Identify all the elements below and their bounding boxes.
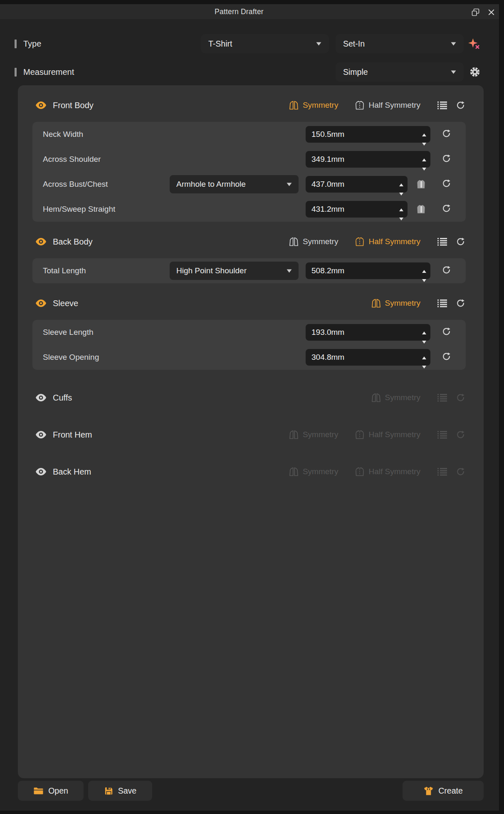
half-symmetry-icon (355, 430, 365, 439)
measurement-input[interactable]: 431.2mm (306, 201, 408, 218)
step-down-icon[interactable] (422, 139, 426, 148)
reset-value-icon[interactable] (442, 179, 451, 188)
open-button-label: Open (48, 786, 68, 796)
open-button[interactable]: Open (18, 781, 84, 801)
reset-section-icon[interactable] (456, 101, 465, 110)
create-button[interactable]: Create (403, 781, 484, 801)
section-title: Sleeve (53, 299, 78, 308)
measurement-list-icon[interactable] (437, 299, 447, 308)
step-up-icon[interactable] (399, 204, 403, 213)
visibility-eye-icon[interactable] (35, 468, 47, 476)
half-symmetry-label: Half Symmetry (368, 101, 420, 110)
step-down-icon[interactable] (399, 188, 403, 198)
stepper-arrows[interactable] (399, 201, 403, 218)
close-icon[interactable] (487, 7, 496, 17)
measurement-input[interactable]: 304.8mm (306, 349, 430, 366)
reset-value-icon[interactable] (442, 154, 451, 163)
symmetry-toggle: Symmetry (289, 467, 338, 476)
stepper-arrows[interactable] (422, 349, 426, 366)
reference-value: High Point Shoulder (176, 266, 247, 275)
measurement-panel: Front BodySymmetryHalf SymmetryNeck Widt… (18, 85, 484, 778)
measurement-row: Across Shoulder349.1mm (32, 147, 466, 172)
measurement-input[interactable]: 349.1mm (306, 151, 430, 168)
half-symmetry-toggle[interactable]: Half Symmetry (355, 237, 420, 246)
measurement-list-icon[interactable] (437, 237, 447, 246)
titlebar[interactable]: Pattern Drafter (0, 4, 499, 19)
section-title: Front Hem (53, 430, 92, 440)
step-down-icon[interactable] (399, 213, 403, 223)
visibility-eye-icon[interactable] (35, 299, 47, 307)
sleeve-style-select[interactable]: Set-In (336, 34, 464, 53)
stepper-arrows[interactable] (422, 151, 426, 168)
section-title: Front Body (53, 101, 94, 110)
symmetry-label: Symmetry (303, 237, 338, 246)
measurement-name: Hem/Sweep Straight (43, 205, 115, 214)
measurement-label: Measurement (23, 67, 74, 77)
symmetry-label: Symmetry (303, 430, 338, 439)
step-up-icon[interactable] (422, 327, 426, 336)
reset-value-icon[interactable] (442, 327, 451, 336)
step-up-icon[interactable] (422, 154, 426, 163)
save-floppy-icon (104, 786, 114, 796)
reference-select[interactable]: High Point Shoulder (170, 262, 299, 280)
chevron-down-icon (451, 42, 456, 46)
garment-type-select[interactable]: T-Shirt (201, 34, 329, 53)
visibility-eye-icon[interactable] (35, 431, 47, 439)
step-up-icon[interactable] (399, 179, 403, 188)
reset-value-icon[interactable] (442, 204, 451, 213)
reset-value-icon[interactable] (442, 265, 451, 275)
reference-select[interactable]: Armhole to Armhole (170, 175, 299, 193)
measurement-name: Neck Width (43, 130, 83, 139)
measure-on-avatar-icon[interactable] (416, 179, 427, 189)
measurement-value: 193.0mm (311, 328, 344, 337)
half-symmetry-toggle[interactable]: Half Symmetry (355, 101, 420, 110)
stepper-arrows[interactable] (422, 324, 426, 341)
measurement-name: Total Length (43, 266, 86, 275)
measurement-name: Across Bust/Chest (43, 180, 108, 189)
symmetry-toggle[interactable]: Symmetry (289, 101, 338, 110)
section-controls: SymmetryHalf Symmetry (289, 467, 465, 477)
measurement-input[interactable]: 193.0mm (306, 324, 430, 341)
visibility-eye-icon[interactable] (35, 393, 47, 402)
garment-type-value: T-Shirt (208, 39, 232, 49)
stepper-arrows[interactable] (399, 176, 403, 193)
save-button[interactable]: Save (88, 781, 152, 801)
gear-icon[interactable] (469, 66, 481, 78)
symmetry-toggle[interactable]: Symmetry (289, 237, 338, 246)
step-down-icon[interactable] (422, 336, 426, 346)
symmetry-label: Symmetry (385, 299, 421, 308)
step-up-icon[interactable] (422, 266, 426, 275)
section-controls: SymmetryHalf Symmetry (289, 101, 465, 110)
reset-value-icon[interactable] (442, 352, 451, 361)
stepper-arrows[interactable] (422, 126, 426, 143)
chevron-down-icon (287, 183, 292, 186)
step-down-icon[interactable] (422, 275, 426, 284)
stepper-arrows[interactable] (422, 262, 426, 279)
measure-on-avatar-icon[interactable] (416, 204, 427, 214)
pattern-drafter-window: Pattern Drafter Type T-Shirt Set- (0, 0, 504, 814)
measurement-input[interactable]: 150.5mm (306, 126, 430, 143)
measurement-list-icon[interactable] (437, 101, 447, 110)
measurement-mode-select[interactable]: Simple (336, 62, 464, 82)
symmetry-label: Symmetry (385, 393, 421, 402)
reset-section-icon[interactable] (456, 299, 465, 308)
step-down-icon[interactable] (422, 361, 426, 371)
symmetry-label: Symmetry (303, 467, 338, 476)
reset-section-icon[interactable] (456, 237, 465, 247)
step-up-icon[interactable] (422, 352, 426, 361)
measurement-input[interactable]: 508.2mm (306, 262, 430, 279)
symmetry-label: Symmetry (303, 101, 338, 110)
measurement-name: Across Shoulder (43, 155, 101, 164)
save-button-label: Save (118, 786, 136, 796)
measurement-list-icon (437, 467, 447, 476)
magic-sparkle-off-icon[interactable] (467, 37, 481, 51)
visibility-eye-icon[interactable] (35, 238, 47, 246)
step-down-icon[interactable] (422, 163, 426, 173)
measurement-input[interactable]: 437.0mm (306, 176, 408, 193)
visibility-eye-icon[interactable] (35, 101, 47, 109)
section-tools (437, 467, 465, 477)
reset-value-icon[interactable] (442, 129, 451, 139)
symmetry-toggle[interactable]: Symmetry (371, 299, 421, 308)
step-up-icon[interactable] (422, 129, 426, 139)
float-window-icon[interactable] (471, 7, 480, 17)
